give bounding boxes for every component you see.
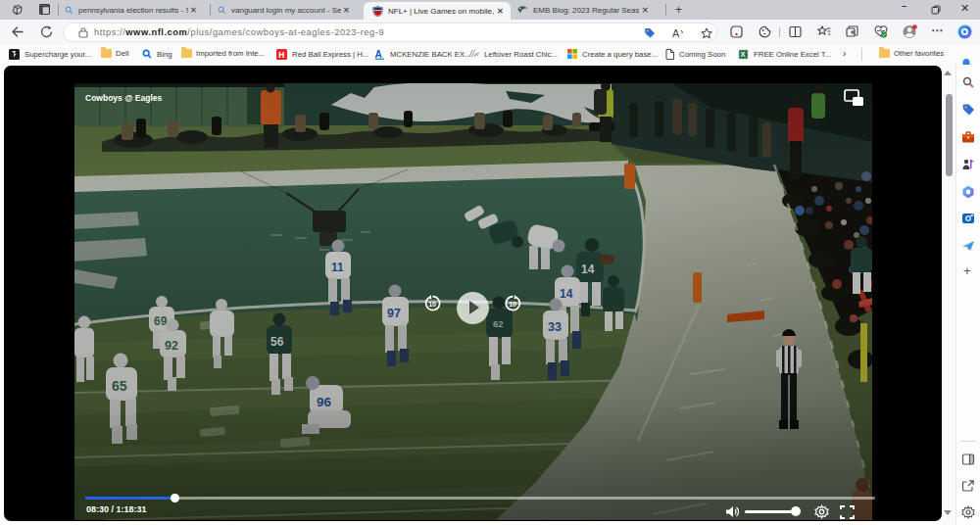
svg-text:10: 10: [510, 301, 517, 308]
svg-text:10: 10: [429, 301, 437, 308]
svg-text:H: H: [278, 50, 284, 60]
svg-text:X: X: [741, 50, 746, 59]
svg-text:A: A: [672, 27, 680, 39]
svg-text:A: A: [375, 49, 382, 60]
